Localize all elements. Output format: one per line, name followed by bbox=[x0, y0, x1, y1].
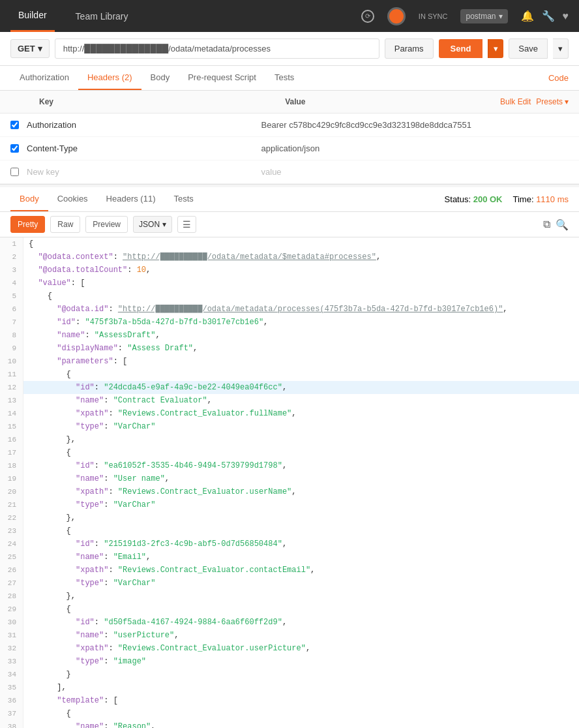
code-line-38: 38 "name": "Reason", bbox=[0, 720, 579, 728]
json-response-area[interactable]: 1{2 "@odata.context": "http://██████████… bbox=[0, 237, 579, 728]
url-input[interactable] bbox=[55, 38, 379, 59]
preview-button[interactable]: Preview bbox=[85, 216, 128, 233]
settings-icon[interactable]: 🔧 bbox=[542, 10, 555, 22]
line-number: 7 bbox=[0, 316, 23, 329]
tab-authorization[interactable]: Authorization bbox=[10, 66, 78, 90]
line-content: "@odata.context": "http://██████████/oda… bbox=[23, 250, 381, 264]
line-number: 10 bbox=[0, 355, 23, 368]
line-content: "xpath": "Reviews.Contract_Evaluator.use… bbox=[23, 485, 297, 498]
line-number: 35 bbox=[0, 681, 23, 694]
code-line-35: 35 ], bbox=[0, 681, 579, 694]
tab-headers[interactable]: Headers (2) bbox=[78, 66, 141, 90]
line-content: "type": "VarChar" bbox=[23, 498, 155, 511]
header-key-content-type[interactable]: Content-Type bbox=[27, 144, 261, 153]
line-number: 30 bbox=[0, 616, 23, 629]
line-number: 31 bbox=[0, 629, 23, 642]
request-tabs: Authorization Headers (2) Body Pre-reque… bbox=[0, 66, 579, 91]
resp-tab-tests[interactable]: Tests bbox=[164, 187, 202, 211]
header-row-authorization: Authorization Bearer c578bc429c9fc8cd9cc… bbox=[0, 114, 579, 137]
line-number: 15 bbox=[0, 420, 23, 433]
line-number: 22 bbox=[0, 511, 23, 524]
line-number: 29 bbox=[0, 603, 23, 616]
code-link[interactable]: Code bbox=[548, 67, 569, 89]
status-ok-badge: 200 OK bbox=[473, 194, 503, 204]
header-value-content-type[interactable]: application/json bbox=[261, 144, 569, 153]
resp-tab-headers[interactable]: Headers (11) bbox=[97, 187, 165, 211]
line-number: 28 bbox=[0, 590, 23, 603]
resp-tab-cookies[interactable]: Cookies bbox=[48, 187, 97, 211]
pretty-button[interactable]: Pretty bbox=[10, 216, 45, 233]
header-key-new[interactable]: New key bbox=[27, 167, 261, 177]
tab-body[interactable]: Body bbox=[141, 66, 179, 90]
code-line-14: 14 "xpath": "Reviews.Contract_Evaluator.… bbox=[0, 407, 579, 420]
code-line-36: 36 "template": [ bbox=[0, 694, 579, 707]
code-line-17: 17 { bbox=[0, 446, 579, 459]
notifications-icon[interactable]: 🔔 bbox=[521, 10, 534, 22]
header-value-authorization[interactable]: Bearer c578bc429c9fc8cd9cc9e3d323198de8d… bbox=[261, 120, 569, 130]
line-number: 18 bbox=[0, 459, 23, 472]
tab-prerequest[interactable]: Pre-request Script bbox=[179, 66, 265, 90]
col-key-header: Key bbox=[29, 93, 280, 110]
sync-icon: ⟳ bbox=[361, 10, 374, 23]
line-content: "type": "image" bbox=[23, 655, 146, 668]
code-line-3: 3 "@odata.totalCount": 10, bbox=[0, 264, 579, 277]
code-line-24: 24 "id": "215191d3-2fc3-4c9b-abf5-0d7d56… bbox=[0, 538, 579, 551]
record-button[interactable] bbox=[387, 7, 406, 25]
params-button[interactable]: Params bbox=[385, 38, 434, 59]
code-line-19: 19 "name": "User name", bbox=[0, 472, 579, 485]
line-number: 16 bbox=[0, 433, 23, 446]
heart-icon[interactable]: ♥ bbox=[563, 10, 569, 22]
send-button[interactable]: Send bbox=[439, 39, 483, 58]
save-dropdown-button[interactable]: ▾ bbox=[553, 38, 569, 59]
nav-tab-team-library[interactable]: Team Library bbox=[68, 0, 136, 32]
line-content: { bbox=[23, 524, 71, 538]
line-content: "xpath": "Reviews.Contract_Evaluator.ful… bbox=[23, 407, 297, 420]
header-checkbox-content-type[interactable] bbox=[10, 144, 19, 153]
line-content: "@odata.totalCount": 10, bbox=[23, 264, 151, 277]
resp-tab-body[interactable]: Body bbox=[10, 187, 48, 211]
presets-button[interactable]: Presets ▾ bbox=[536, 97, 569, 106]
header-value-new[interactable]: value bbox=[261, 167, 569, 177]
line-content: "displayName": "Assess Draft", bbox=[23, 342, 198, 355]
method-select[interactable]: GET ▾ bbox=[10, 39, 50, 58]
bulk-edit-button[interactable]: Bulk Edit bbox=[500, 97, 531, 106]
code-line-26: 26 "xpath": "Reviews.Contract_Evaluator.… bbox=[0, 564, 579, 577]
tab-tests[interactable]: Tests bbox=[265, 66, 303, 90]
line-number: 3 bbox=[0, 264, 23, 277]
line-number: 24 bbox=[0, 538, 23, 551]
header-checkbox-new[interactable] bbox=[10, 168, 19, 176]
nav-tab-builder[interactable]: Builder bbox=[10, 0, 55, 32]
format-select[interactable]: JSON ▾ bbox=[133, 216, 172, 233]
code-line-10: 10 "parameters": [ bbox=[0, 355, 579, 368]
line-number: 4 bbox=[0, 277, 23, 290]
line-content: } bbox=[23, 668, 71, 681]
line-content: "id": "475f3b7a-b5da-427d-b7fd-b3017e7cb… bbox=[23, 316, 268, 329]
profile-dropdown[interactable]: postman ▾ bbox=[460, 9, 507, 23]
code-line-5: 5 { bbox=[0, 290, 579, 303]
wrap-button[interactable]: ☰ bbox=[177, 216, 196, 233]
copy-button[interactable]: ⧉ bbox=[543, 219, 550, 231]
code-line-15: 15 "type": "VarChar" bbox=[0, 420, 579, 433]
code-line-20: 20 "xpath": "Reviews.Contract_Evaluator.… bbox=[0, 485, 579, 498]
top-navigation: Builder Team Library ⟳ IN SYNC postman ▾… bbox=[0, 0, 579, 32]
code-actions: ⧉ 🔍 bbox=[543, 219, 569, 231]
line-number: 38 bbox=[0, 720, 23, 728]
line-number: 32 bbox=[0, 642, 23, 655]
line-content: { bbox=[23, 368, 71, 381]
line-content: { bbox=[23, 290, 52, 303]
line-number: 33 bbox=[0, 655, 23, 668]
header-checkbox-authorization[interactable] bbox=[10, 121, 19, 129]
line-content: "xpath": "Reviews.Contract_Evaluator.con… bbox=[23, 564, 315, 577]
line-content: "name": "userPicture", bbox=[23, 629, 179, 642]
line-number: 12 bbox=[0, 381, 23, 394]
code-line-32: 32 "xpath": "Reviews.Contract_Evaluator.… bbox=[0, 642, 579, 655]
raw-button[interactable]: Raw bbox=[50, 216, 80, 233]
header-key-authorization[interactable]: Authorization bbox=[27, 120, 261, 130]
search-button[interactable]: 🔍 bbox=[556, 219, 569, 231]
line-number: 6 bbox=[0, 303, 23, 316]
save-button[interactable]: Save bbox=[509, 38, 548, 59]
line-number: 23 bbox=[0, 524, 23, 538]
send-dropdown-button[interactable]: ▾ bbox=[488, 39, 503, 58]
line-content: "id": "ea61052f-3535-4b46-9494-5739799d1… bbox=[23, 459, 287, 472]
header-row-content-type: Content-Type application/json bbox=[0, 137, 579, 160]
